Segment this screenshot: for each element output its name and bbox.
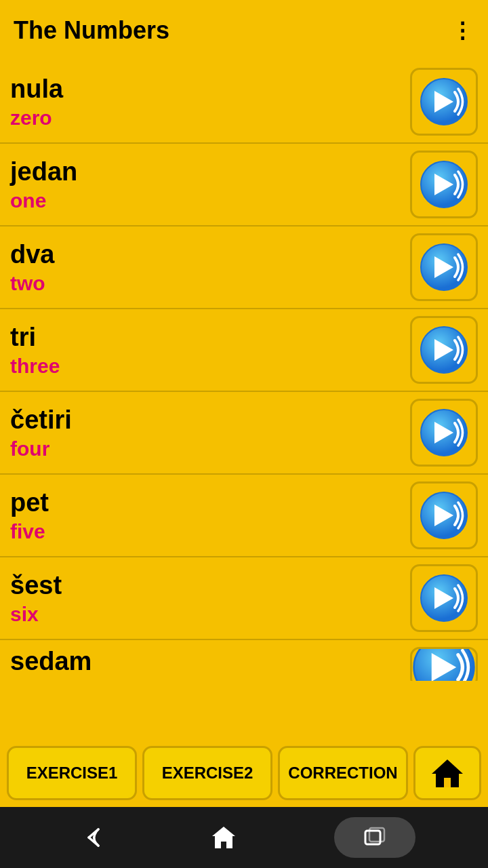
audio-button[interactable] [410, 151, 478, 218]
word-list: nula zero [0, 61, 488, 739]
word-native: tri [10, 323, 60, 352]
list-item: pet five [0, 475, 488, 557]
audio-button[interactable] [410, 564, 478, 632]
word-native: jedan [10, 157, 77, 186]
recent-apps-button[interactable] [334, 817, 415, 858]
audio-button[interactable] [410, 399, 478, 467]
exercise2-button[interactable]: EXERCISE2 [142, 746, 272, 800]
word-native: sedam [10, 647, 92, 676]
word-native: dva [10, 240, 54, 269]
word-native: nula [10, 75, 63, 104]
audio-button[interactable] [410, 481, 478, 549]
word-translation: four [10, 437, 72, 460]
content-area: nula zero [0, 61, 488, 739]
word-translation: one [10, 189, 77, 212]
correction-button[interactable]: CORRECTION [278, 746, 408, 800]
list-item: nula zero [0, 61, 488, 144]
word-native: šest [10, 571, 62, 600]
word-translation: zero [10, 106, 63, 130]
list-item: tri three [0, 309, 488, 392]
list-item: jedan one [0, 144, 488, 226]
svg-marker-18 [212, 827, 235, 848]
android-nav-bar [0, 807, 488, 868]
list-item: dva two [0, 226, 488, 309]
word-native: pet [10, 488, 49, 517]
word-translation: three [10, 355, 60, 378]
page-title: The Numbers [14, 16, 169, 45]
list-item: šest six [0, 557, 488, 640]
svg-rect-17 [444, 778, 451, 787]
app-header: The Numbers ⋮ [0, 0, 488, 61]
word-translation: six [10, 603, 62, 626]
word-native: četiri [10, 406, 72, 435]
overflow-menu-icon[interactable]: ⋮ [451, 18, 474, 43]
word-translation: five [10, 520, 49, 543]
audio-button[interactable] [410, 647, 478, 681]
exercise1-button[interactable]: EXERCISE1 [7, 746, 137, 800]
word-translation: two [10, 272, 54, 295]
home-button[interactable] [413, 746, 481, 800]
bottom-toolbar: EXERCISE1 EXERCISE2 CORRECTION [0, 739, 488, 807]
audio-button[interactable] [410, 68, 478, 136]
audio-button[interactable] [410, 316, 478, 384]
android-home-button[interactable] [203, 817, 244, 858]
list-item-partial: sedam [0, 640, 488, 681]
back-button[interactable] [73, 817, 113, 858]
audio-button[interactable] [410, 233, 478, 301]
list-item: četiri four [0, 392, 488, 475]
